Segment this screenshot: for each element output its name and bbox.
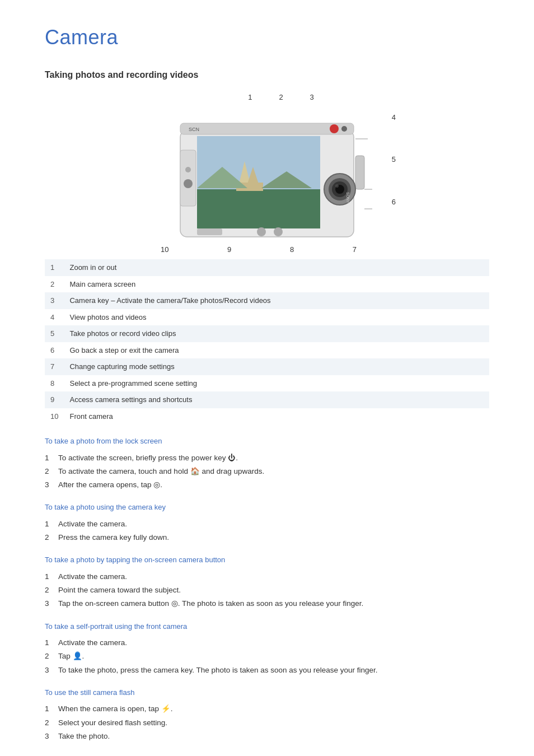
table-row: 3Camera key – Activate the camera/Take p… bbox=[45, 292, 489, 309]
label-5: 5 bbox=[392, 154, 396, 165]
table-row: 10Front camera bbox=[45, 408, 489, 425]
table-row: 5Take photos or record video clips bbox=[45, 325, 489, 342]
step-item: 1When the camera is open, tap ⚡. bbox=[45, 703, 489, 715]
step-item: 2To activate the camera, touch and hold … bbox=[45, 466, 489, 477]
table-desc: View photos and videos bbox=[64, 309, 489, 326]
table-num: 9 bbox=[45, 391, 64, 408]
step-item: 2Press the camera key fully down. bbox=[45, 532, 489, 543]
step-number: 3 bbox=[45, 479, 54, 491]
svg-point-18 bbox=[335, 184, 339, 188]
step-text: Activate the camera. bbox=[58, 571, 127, 582]
step-text: Select your desired flash setting. bbox=[58, 717, 167, 729]
subsection: To use the still camera flash1When the c… bbox=[45, 687, 489, 742]
page-number: 66 bbox=[45, 753, 489, 756]
table-row: 7Change capturing mode settings bbox=[45, 358, 489, 375]
step-item: 1Activate the camera. bbox=[45, 571, 489, 582]
step-text: Activate the camera. bbox=[58, 637, 127, 648]
label-3: 3 bbox=[310, 92, 314, 103]
step-text: When the camera is open, tap ⚡. bbox=[58, 703, 173, 715]
step-number: 2 bbox=[45, 532, 54, 543]
svg-rect-9 bbox=[180, 123, 354, 134]
label-8: 8 bbox=[290, 244, 294, 255]
svg-rect-2 bbox=[197, 189, 320, 228]
subsection: To take a photo from the lock screen1To … bbox=[45, 436, 489, 491]
svg-text:SONY: SONY bbox=[346, 192, 350, 203]
step-text: After the camera opens, tap ◎. bbox=[58, 479, 162, 491]
table-num: 3 bbox=[45, 292, 64, 309]
table-desc: Select a pre-programmed scene setting bbox=[64, 375, 489, 392]
step-number: 3 bbox=[45, 731, 54, 742]
table-num: 4 bbox=[45, 309, 64, 326]
step-number: 1 bbox=[45, 571, 54, 582]
svg-rect-19 bbox=[197, 228, 222, 235]
step-number: 1 bbox=[45, 452, 54, 464]
svg-point-21 bbox=[274, 227, 283, 236]
subsection-title: To take a photo using the camera key bbox=[45, 502, 489, 513]
svg-rect-22 bbox=[180, 150, 196, 206]
step-number: 1 bbox=[45, 637, 54, 648]
table-desc: Access camera settings and shortcuts bbox=[64, 391, 489, 408]
step-number: 2 bbox=[45, 651, 54, 662]
step-text: To take the photo, press the camera key.… bbox=[58, 665, 378, 676]
camera-illustration: SCN SONY bbox=[149, 105, 385, 240]
label-10: 10 bbox=[161, 244, 168, 255]
table-desc: Front camera bbox=[64, 408, 489, 425]
table-desc: Take photos or record video clips bbox=[64, 325, 489, 342]
page-title: Camera bbox=[45, 22, 489, 53]
table-num: 5 bbox=[45, 325, 64, 342]
table-desc: Main camera screen bbox=[64, 276, 489, 293]
table-num: 7 bbox=[45, 358, 64, 375]
step-list: 1Activate the camera.2Press the camera k… bbox=[45, 519, 489, 544]
label-2: 2 bbox=[279, 92, 283, 103]
step-number: 2 bbox=[45, 466, 54, 477]
table-desc: Camera key – Activate the camera/Take ph… bbox=[64, 292, 489, 309]
label-4: 4 bbox=[392, 112, 396, 123]
step-number: 1 bbox=[45, 703, 54, 715]
step-item: 3Take the photo. bbox=[45, 731, 489, 742]
step-number: 2 bbox=[45, 717, 54, 729]
step-list: 1When the camera is open, tap ⚡.2Select … bbox=[45, 703, 489, 742]
step-text: Activate the camera. bbox=[58, 519, 127, 530]
subsection-title: To take a self-portrait using the front … bbox=[45, 621, 489, 632]
label-7: 7 bbox=[353, 244, 357, 255]
svg-point-12 bbox=[341, 126, 347, 132]
step-text: Tap the on-screen camera button ◎. The p… bbox=[58, 598, 363, 609]
camera-diagram: 1 2 3 SCN bbox=[149, 92, 385, 255]
table-desc: Change capturing mode settings bbox=[64, 358, 489, 375]
subsection: To take a self-portrait using the front … bbox=[45, 621, 489, 676]
step-item: 2Tap 👤. bbox=[45, 651, 489, 662]
table-row: 2Main camera screen bbox=[45, 276, 489, 293]
step-text: Point the camera toward the subject. bbox=[58, 585, 181, 596]
subsection-title: To use the still camera flash bbox=[45, 687, 489, 698]
table-num: 8 bbox=[45, 375, 64, 392]
svg-text:SCN: SCN bbox=[189, 127, 199, 132]
svg-point-23 bbox=[184, 179, 193, 188]
step-text: Press the camera key fully down. bbox=[58, 532, 169, 543]
step-text: Take the photo. bbox=[58, 731, 110, 742]
table-row: 9Access camera settings and shortcuts bbox=[45, 391, 489, 408]
step-number: 3 bbox=[45, 665, 54, 676]
step-item: 1To activate the screen, briefly press t… bbox=[45, 452, 489, 464]
step-item: 2Select your desired flash setting. bbox=[45, 717, 489, 729]
subsection: To take a photo by tapping the on-screen… bbox=[45, 554, 489, 609]
step-item: 3To take the photo, press the camera key… bbox=[45, 665, 489, 676]
step-item: 2Point the camera toward the subject. bbox=[45, 585, 489, 596]
label-9: 9 bbox=[227, 244, 231, 255]
step-list: 1Activate the camera.2Tap 👤.3To take the… bbox=[45, 637, 489, 676]
step-number: 1 bbox=[45, 519, 54, 530]
table-num: 2 bbox=[45, 276, 64, 293]
step-item: 1Activate the camera. bbox=[45, 519, 489, 530]
table-desc: Zoom in or out bbox=[64, 259, 489, 276]
subsection-title: To take a photo by tapping the on-screen… bbox=[45, 554, 489, 566]
table-row: 4View photos and videos bbox=[45, 309, 489, 326]
table-row: 1Zoom in or out bbox=[45, 259, 489, 276]
step-number: 2 bbox=[45, 585, 54, 596]
step-list: 1Activate the camera.2Point the camera t… bbox=[45, 571, 489, 610]
table-num: 6 bbox=[45, 342, 64, 359]
feature-table: 1Zoom in or out2Main camera screen3Camer… bbox=[45, 259, 489, 424]
svg-point-20 bbox=[257, 227, 266, 236]
table-desc: Go back a step or exit the camera bbox=[64, 342, 489, 359]
step-text: To activate the camera, touch and hold 🏠… bbox=[58, 466, 264, 477]
svg-rect-13 bbox=[355, 156, 364, 189]
step-text: To activate the screen, briefly press th… bbox=[58, 452, 238, 464]
